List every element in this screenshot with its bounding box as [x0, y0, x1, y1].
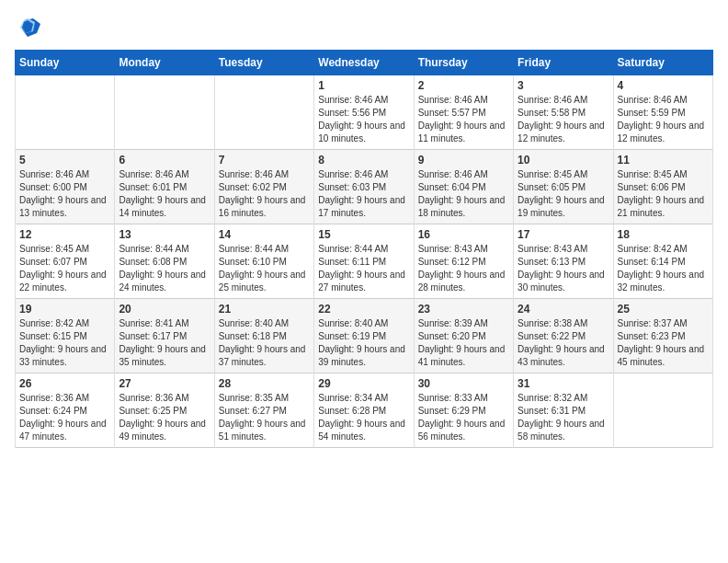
calendar-cell: 2Sunrise: 8:46 AM Sunset: 5:57 PM Daylig… [414, 75, 513, 150]
calendar-cell: 20Sunrise: 8:41 AM Sunset: 6:17 PM Dayli… [115, 299, 214, 373]
day-number: 15 [318, 228, 409, 241]
calendar-cell: 29Sunrise: 8:34 AM Sunset: 6:28 PM Dayli… [314, 373, 414, 448]
day-number: 14 [219, 228, 310, 241]
day-number: 21 [219, 303, 310, 316]
cell-info: Sunrise: 8:44 AM Sunset: 6:08 PM Dayligh… [119, 243, 210, 294]
cell-info: Sunrise: 8:37 AM Sunset: 6:23 PM Dayligh… [618, 317, 709, 369]
day-header-thursday: Thursday [414, 51, 513, 75]
cell-info: Sunrise: 8:40 AM Sunset: 6:19 PM Dayligh… [318, 317, 409, 369]
cell-info: Sunrise: 8:46 AM Sunset: 6:04 PM Dayligh… [418, 168, 509, 220]
day-number: 28 [219, 377, 310, 390]
calendar-cell: 21Sunrise: 8:40 AM Sunset: 6:18 PM Dayli… [214, 299, 313, 373]
calendar-cell: 5Sunrise: 8:46 AM Sunset: 6:00 PM Daylig… [16, 150, 115, 224]
calendar-cell: 17Sunrise: 8:43 AM Sunset: 6:13 PM Dayli… [514, 224, 613, 299]
cell-info: Sunrise: 8:45 AM Sunset: 6:07 PM Dayligh… [19, 243, 110, 294]
calendar-cell: 16Sunrise: 8:43 AM Sunset: 6:12 PM Dayli… [414, 224, 513, 299]
day-number: 12 [19, 228, 110, 241]
calendar-cell: 24Sunrise: 8:38 AM Sunset: 6:22 PM Dayli… [514, 299, 613, 373]
week-row-5: 26Sunrise: 8:36 AM Sunset: 6:24 PM Dayli… [16, 373, 713, 448]
cell-info: Sunrise: 8:42 AM Sunset: 6:14 PM Dayligh… [618, 243, 709, 294]
calendar-cell: 1Sunrise: 8:46 AM Sunset: 5:56 PM Daylig… [314, 75, 414, 150]
cell-info: Sunrise: 8:46 AM Sunset: 5:56 PM Dayligh… [318, 94, 409, 145]
day-number: 26 [19, 377, 110, 390]
day-header-sunday: Sunday [16, 51, 115, 75]
cell-info: Sunrise: 8:46 AM Sunset: 5:58 PM Dayligh… [518, 94, 609, 145]
day-number: 22 [318, 303, 409, 316]
calendar-cell [613, 373, 712, 448]
calendar-header: SundayMondayTuesdayWednesdayThursdayFrid… [16, 51, 713, 75]
week-row-2: 5Sunrise: 8:46 AM Sunset: 6:00 PM Daylig… [16, 150, 713, 224]
calendar-cell: 10Sunrise: 8:45 AM Sunset: 6:05 PM Dayli… [514, 150, 613, 224]
calendar-cell: 6Sunrise: 8:46 AM Sunset: 6:01 PM Daylig… [115, 150, 214, 224]
calendar-cell: 8Sunrise: 8:46 AM Sunset: 6:03 PM Daylig… [314, 150, 414, 224]
day-number: 9 [418, 154, 509, 167]
calendar-cell: 19Sunrise: 8:42 AM Sunset: 6:15 PM Dayli… [16, 299, 115, 373]
week-row-3: 12Sunrise: 8:45 AM Sunset: 6:07 PM Dayli… [16, 224, 713, 299]
day-number: 13 [119, 228, 210, 241]
day-number: 4 [618, 79, 709, 92]
calendar-cell [115, 75, 214, 150]
calendar-cell: 25Sunrise: 8:37 AM Sunset: 6:23 PM Dayli… [613, 299, 712, 373]
day-number: 25 [618, 303, 709, 316]
calendar-cell: 23Sunrise: 8:39 AM Sunset: 6:20 PM Dayli… [414, 299, 513, 373]
calendar-cell [214, 75, 313, 150]
day-number: 18 [618, 228, 709, 241]
calendar-cell: 22Sunrise: 8:40 AM Sunset: 6:19 PM Dayli… [314, 299, 414, 373]
week-row-4: 19Sunrise: 8:42 AM Sunset: 6:15 PM Dayli… [16, 299, 713, 373]
page-container: SundayMondayTuesdayWednesdayThursdayFrid… [0, 0, 728, 457]
day-header-monday: Monday [115, 51, 214, 75]
day-number: 20 [119, 303, 210, 316]
cell-info: Sunrise: 8:38 AM Sunset: 6:22 PM Dayligh… [518, 317, 609, 369]
day-number: 3 [518, 79, 609, 92]
header [15, 15, 713, 40]
calendar-cell: 28Sunrise: 8:35 AM Sunset: 6:27 PM Dayli… [214, 373, 313, 448]
day-header-tuesday: Tuesday [214, 51, 313, 75]
logo [15, 15, 44, 40]
day-number: 16 [418, 228, 509, 241]
calendar-table: SundayMondayTuesdayWednesdayThursdayFrid… [15, 50, 713, 448]
day-number: 8 [318, 154, 409, 167]
calendar-cell: 12Sunrise: 8:45 AM Sunset: 6:07 PM Dayli… [16, 224, 115, 299]
cell-info: Sunrise: 8:46 AM Sunset: 5:59 PM Dayligh… [618, 94, 709, 145]
day-number: 17 [518, 228, 609, 241]
day-number: 29 [318, 377, 409, 390]
day-number: 11 [618, 154, 709, 167]
cell-info: Sunrise: 8:34 AM Sunset: 6:28 PM Dayligh… [318, 392, 409, 443]
calendar-cell: 18Sunrise: 8:42 AM Sunset: 6:14 PM Dayli… [613, 224, 712, 299]
cell-info: Sunrise: 8:39 AM Sunset: 6:20 PM Dayligh… [418, 317, 509, 369]
calendar-cell: 26Sunrise: 8:36 AM Sunset: 6:24 PM Dayli… [16, 373, 115, 448]
calendar-cell [16, 75, 115, 150]
day-number: 7 [219, 154, 310, 167]
cell-info: Sunrise: 8:42 AM Sunset: 6:15 PM Dayligh… [19, 317, 110, 369]
day-number: 30 [418, 377, 509, 390]
day-number: 24 [518, 303, 609, 316]
calendar-cell: 7Sunrise: 8:46 AM Sunset: 6:02 PM Daylig… [214, 150, 313, 224]
week-row-1: 1Sunrise: 8:46 AM Sunset: 5:56 PM Daylig… [16, 75, 713, 150]
calendar-cell: 11Sunrise: 8:45 AM Sunset: 6:06 PM Dayli… [613, 150, 712, 224]
calendar-body: 1Sunrise: 8:46 AM Sunset: 5:56 PM Daylig… [16, 75, 713, 448]
day-number: 5 [19, 154, 110, 167]
calendar-cell: 4Sunrise: 8:46 AM Sunset: 5:59 PM Daylig… [613, 75, 712, 150]
day-header-friday: Friday [514, 51, 613, 75]
cell-info: Sunrise: 8:46 AM Sunset: 6:01 PM Dayligh… [119, 168, 210, 220]
cell-info: Sunrise: 8:44 AM Sunset: 6:10 PM Dayligh… [219, 243, 310, 294]
day-number: 27 [119, 377, 210, 390]
calendar-cell: 14Sunrise: 8:44 AM Sunset: 6:10 PM Dayli… [214, 224, 313, 299]
cell-info: Sunrise: 8:33 AM Sunset: 6:29 PM Dayligh… [418, 392, 509, 443]
cell-info: Sunrise: 8:43 AM Sunset: 6:13 PM Dayligh… [518, 243, 609, 294]
day-number: 2 [418, 79, 509, 92]
day-number: 23 [418, 303, 509, 316]
cell-info: Sunrise: 8:32 AM Sunset: 6:31 PM Dayligh… [518, 392, 609, 443]
cell-info: Sunrise: 8:40 AM Sunset: 6:18 PM Dayligh… [219, 317, 310, 369]
calendar-cell: 9Sunrise: 8:46 AM Sunset: 6:04 PM Daylig… [414, 150, 513, 224]
day-number: 10 [518, 154, 609, 167]
cell-info: Sunrise: 8:41 AM Sunset: 6:17 PM Dayligh… [119, 317, 210, 369]
day-number: 1 [318, 79, 409, 92]
cell-info: Sunrise: 8:35 AM Sunset: 6:27 PM Dayligh… [219, 392, 310, 443]
cell-info: Sunrise: 8:45 AM Sunset: 6:06 PM Dayligh… [618, 168, 709, 220]
cell-info: Sunrise: 8:36 AM Sunset: 6:25 PM Dayligh… [119, 392, 210, 443]
day-number: 31 [518, 377, 609, 390]
logo-icon [15, 15, 40, 40]
calendar-cell: 30Sunrise: 8:33 AM Sunset: 6:29 PM Dayli… [414, 373, 513, 448]
calendar-cell: 31Sunrise: 8:32 AM Sunset: 6:31 PM Dayli… [514, 373, 613, 448]
